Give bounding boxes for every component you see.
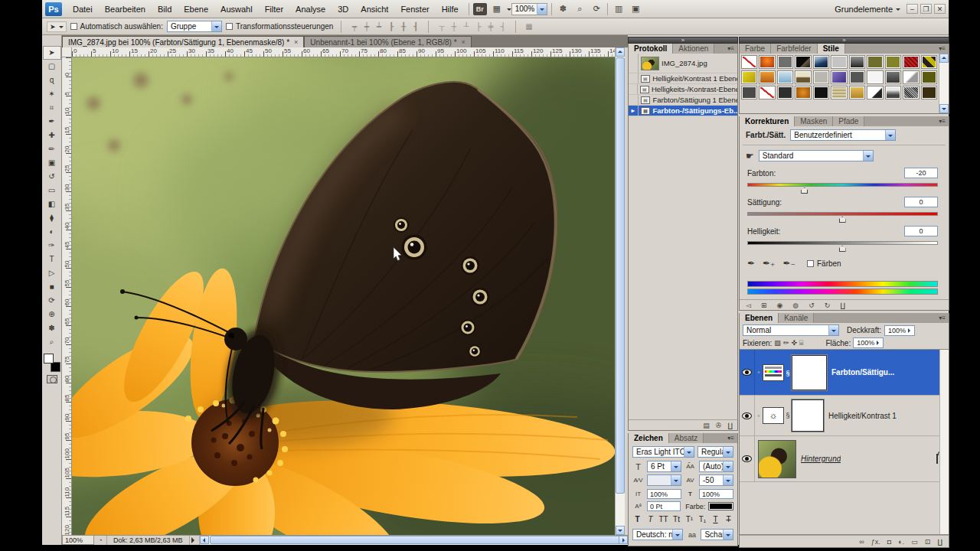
new-document-from-state-icon[interactable]: ▤: [703, 422, 710, 429]
text-color-swatch[interactable]: [708, 502, 733, 510]
reset-icon[interactable]: ↻: [825, 302, 831, 309]
foreground-color-swatch[interactable]: [44, 354, 54, 364]
type-style-button-0[interactable]: T: [632, 515, 642, 523]
zoom-tool-icon[interactable]: ⌕: [573, 3, 586, 15]
rectangular-marquee-tool[interactable]: ▢: [43, 60, 61, 73]
status-zoom-field[interactable]: 100%: [62, 536, 94, 545]
zoom-tool[interactable]: ⌕: [43, 335, 61, 349]
style-swatch[interactable]: [777, 70, 793, 84]
menu-bearbeiten[interactable]: Bearbeiten: [99, 3, 152, 15]
scroll-up-icon[interactable]: [939, 54, 949, 63]
menu-ebene[interactable]: Ebene: [178, 3, 214, 15]
type-style-button-4[interactable]: T¹: [684, 515, 694, 523]
distribute-icon-4[interactable]: ╪: [485, 22, 495, 31]
style-swatch[interactable]: [849, 70, 865, 84]
tab-farbfelder[interactable]: Farbfelder: [771, 44, 818, 54]
delete-layer-icon[interactable]: ∐: [937, 538, 942, 546]
visibility-cell[interactable]: [740, 350, 755, 395]
scroll-left-icon[interactable]: [200, 536, 209, 544]
photoshop-logo-icon[interactable]: Ps: [45, 2, 62, 16]
style-swatch[interactable]: [795, 86, 811, 99]
style-swatch[interactable]: [813, 70, 829, 84]
style-swatch[interactable]: [921, 55, 937, 69]
tab-farbe[interactable]: Farbe: [740, 44, 771, 54]
tab-protokoll[interactable]: Protokoll: [629, 44, 673, 54]
vertical-scroll-thumb[interactable]: [616, 57, 625, 494]
rotate-view-icon[interactable]: ⟳: [590, 3, 603, 15]
blend-mode-combo[interactable]: Normal: [743, 324, 839, 336]
close-icon[interactable]: ×: [462, 38, 466, 46]
history-item[interactable]: ▸▤Farbton-/Sättigungs-Eb...: [629, 106, 737, 116]
path-selection-tool[interactable]: ▷: [43, 266, 61, 280]
panel-menu-icon[interactable]: ▾≡: [724, 433, 737, 443]
horizontal-scrollbar[interactable]: [199, 536, 628, 545]
add-layer-mask-icon[interactable]: ◘: [887, 538, 891, 546]
collapse-to-icons-button[interactable]: »: [739, 37, 949, 44]
style-swatch[interactable]: [795, 55, 811, 69]
style-swatch[interactable]: [831, 55, 847, 69]
vertical-scrollbar[interactable]: [615, 47, 625, 535]
style-swatch[interactable]: [759, 70, 775, 84]
eraser-tool[interactable]: ▭: [43, 184, 61, 197]
type-style-button-7[interactable]: T: [724, 515, 733, 523]
on-image-adjustment-icon[interactable]: ☛: [746, 151, 754, 161]
style-swatch[interactable]: [813, 55, 829, 69]
visibility-cell[interactable]: [740, 396, 755, 435]
menu-ansicht[interactable]: Ansicht: [354, 3, 394, 15]
tab-zeichen[interactable]: Zeichen: [629, 433, 669, 443]
style-swatch[interactable]: [903, 86, 919, 99]
history-item[interactable]: ▤Helligkeits-/Kontrast-Ebene...: [629, 84, 737, 95]
bridge-icon[interactable]: Br: [473, 3, 487, 15]
workspace-switcher[interactable]: Grundelemente: [835, 5, 906, 14]
brightness-contrast-adjustment-icon[interactable]: ☼: [763, 407, 784, 424]
style-swatch[interactable]: [813, 86, 829, 99]
layers-scrollbar[interactable]: [939, 350, 949, 534]
menu-auswahl[interactable]: Auswahl: [214, 3, 259, 15]
distribute-icon-1[interactable]: ┼: [449, 22, 459, 31]
align-icon-5[interactable]: ┨: [410, 22, 420, 31]
anti-alias-combo[interactable]: Scharf: [701, 529, 733, 540]
link-layers-icon[interactable]: ∞: [859, 538, 864, 546]
menu-datei[interactable]: Datei: [67, 3, 99, 15]
layer-row-brightness-contrast[interactable]: ◦ ☼ § Helligkeit/Kontrast 1: [740, 396, 949, 436]
dodge-tool[interactable]: ◐: [43, 225, 61, 239]
layer-thumbnail[interactable]: [758, 440, 796, 478]
history-source-box[interactable]: [629, 54, 639, 73]
font-style-combo[interactable]: Regular: [697, 446, 733, 458]
auto-select-mode-combo[interactable]: Gruppe: [167, 21, 222, 32]
scroll-right-icon[interactable]: [619, 536, 628, 544]
language-combo[interactable]: Deutsch: neue ...: [632, 529, 683, 540]
tab-ebenen[interactable]: Ebenen: [740, 313, 779, 323]
toggle-visibility-icon[interactable]: ◍: [792, 302, 799, 309]
tab-absatz[interactable]: Absatz: [669, 433, 704, 443]
opacity-field[interactable]: 100%: [884, 325, 915, 336]
history-source-box[interactable]: [629, 73, 639, 83]
style-swatch[interactable]: [795, 70, 811, 84]
hue-value-field[interactable]: -20: [904, 168, 938, 178]
lightness-slider[interactable]: [747, 241, 938, 245]
new-adjustment-layer-icon[interactable]: ◐.: [898, 538, 904, 546]
move-tool[interactable]: ➤: [43, 46, 61, 60]
close-icon[interactable]: ×: [294, 38, 298, 46]
history-source-box[interactable]: ▸: [629, 106, 639, 116]
history-source-box[interactable]: [629, 95, 639, 105]
style-swatch[interactable]: [741, 86, 757, 99]
lock-transparency-icon[interactable]: ▨: [774, 339, 781, 347]
layer-mask-thumbnail[interactable]: [792, 355, 827, 390]
style-swatch[interactable]: [885, 70, 901, 84]
pen-tool[interactable]: ✑: [43, 239, 61, 253]
brush-tool[interactable]: ✏: [43, 142, 61, 156]
type-style-button-2[interactable]: TT: [658, 515, 668, 523]
style-swatch[interactable]: [921, 86, 937, 99]
close-button[interactable]: ✕: [934, 4, 946, 14]
layer-name[interactable]: Farbton/Sättigu...: [831, 368, 894, 377]
clip-to-layer-icon[interactable]: ◉: [776, 302, 782, 309]
panel-menu-icon[interactable]: ▾≡: [936, 313, 949, 323]
saturation-slider-thumb[interactable]: [839, 217, 846, 223]
hue-slider[interactable]: [747, 183, 938, 187]
3d-orbit-tool[interactable]: ⊕: [43, 308, 61, 321]
lock-position-icon[interactable]: ✜: [791, 339, 797, 347]
eye-icon[interactable]: [742, 455, 752, 462]
spot-healing-brush-tool[interactable]: ✚: [43, 129, 61, 142]
tab-korrekturen[interactable]: Korrekturen: [740, 116, 795, 126]
